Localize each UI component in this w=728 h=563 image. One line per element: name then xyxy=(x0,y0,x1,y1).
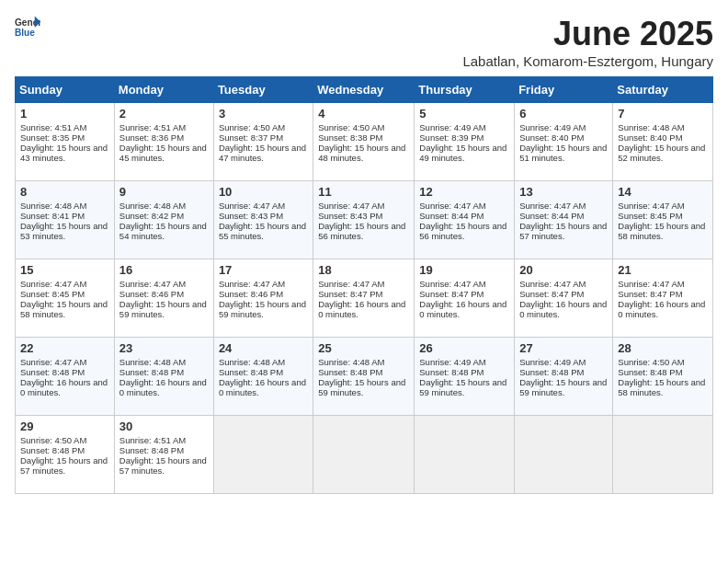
calendar-cell: 28Sunrise: 4:50 AMSunset: 8:48 PMDayligh… xyxy=(613,338,713,416)
day-header: Thursday xyxy=(415,77,515,103)
sunset-text: Sunset: 8:43 PM xyxy=(318,211,409,221)
sunset-text: Sunset: 8:35 PM xyxy=(20,132,109,143)
day-number: 30 xyxy=(119,419,209,433)
sunset-text: Sunset: 8:48 PM xyxy=(618,367,708,377)
sunrise-text: Sunrise: 4:47 AM xyxy=(419,201,509,211)
calendar-cell: 22Sunrise: 4:47 AMSunset: 8:48 PMDayligh… xyxy=(16,338,115,416)
day-number: 28 xyxy=(618,341,708,355)
day-number: 20 xyxy=(519,263,608,277)
daylight-text: Daylight: 15 hours and 56 minutes. xyxy=(318,221,409,241)
day-number: 8 xyxy=(20,185,109,199)
calendar-cell xyxy=(415,416,515,494)
day-header: Wednesday xyxy=(313,77,415,103)
day-number: 4 xyxy=(318,107,409,121)
day-number: 1 xyxy=(20,107,109,121)
calendar-cell xyxy=(515,416,613,494)
sunrise-text: Sunrise: 4:50 AM xyxy=(20,435,109,445)
calendar-cell: 27Sunrise: 4:49 AMSunset: 8:48 PMDayligh… xyxy=(515,338,613,416)
daylight-text: Daylight: 16 hours and 0 minutes. xyxy=(119,377,209,397)
calendar-cell: 2Sunrise: 4:51 AMSunset: 8:36 PMDaylight… xyxy=(114,103,213,181)
sunrise-text: Sunrise: 4:47 AM xyxy=(618,279,708,289)
calendar-cell: 19Sunrise: 4:47 AMSunset: 8:47 PMDayligh… xyxy=(415,259,515,338)
sunset-text: Sunset: 8:47 PM xyxy=(519,289,608,299)
calendar-cell: 10Sunrise: 4:47 AMSunset: 8:43 PMDayligh… xyxy=(213,181,313,259)
sunset-text: Sunset: 8:48 PM xyxy=(419,367,509,377)
daylight-text: Daylight: 16 hours and 0 minutes. xyxy=(318,299,409,319)
day-header: Tuesday xyxy=(213,77,313,103)
daylight-text: Daylight: 16 hours and 0 minutes. xyxy=(419,299,509,319)
calendar-cell: 17Sunrise: 4:47 AMSunset: 8:46 PMDayligh… xyxy=(213,259,313,338)
daylight-text: Daylight: 15 hours and 59 minutes. xyxy=(318,377,409,397)
daylight-text: Daylight: 16 hours and 0 minutes. xyxy=(20,377,109,397)
sunrise-text: Sunrise: 4:49 AM xyxy=(419,122,509,132)
day-number: 25 xyxy=(318,341,409,355)
daylight-text: Daylight: 15 hours and 59 minutes. xyxy=(419,377,509,397)
sunset-text: Sunset: 8:46 PM xyxy=(219,289,308,299)
sunrise-text: Sunrise: 4:47 AM xyxy=(119,279,209,289)
sunset-text: Sunset: 8:47 PM xyxy=(419,289,509,299)
daylight-text: Daylight: 16 hours and 0 minutes. xyxy=(519,299,608,319)
sunset-text: Sunset: 8:47 PM xyxy=(318,289,409,299)
sunset-text: Sunset: 8:45 PM xyxy=(618,211,708,221)
day-header: Friday xyxy=(515,77,613,103)
calendar-week-row: 22Sunrise: 4:47 AMSunset: 8:48 PMDayligh… xyxy=(16,338,713,416)
day-header: Sunday xyxy=(16,77,115,103)
daylight-text: Daylight: 16 hours and 0 minutes. xyxy=(219,377,308,397)
daylight-text: Daylight: 15 hours and 59 minutes. xyxy=(519,377,608,397)
sunrise-text: Sunrise: 4:48 AM xyxy=(219,357,308,367)
day-number: 2 xyxy=(119,107,209,121)
sunrise-text: Sunrise: 4:49 AM xyxy=(519,122,608,132)
day-header: Saturday xyxy=(613,77,713,103)
calendar-cell xyxy=(613,416,713,494)
daylight-text: Daylight: 15 hours and 58 minutes. xyxy=(618,377,708,397)
daylight-text: Daylight: 15 hours and 48 minutes. xyxy=(318,143,409,163)
sunset-text: Sunset: 8:48 PM xyxy=(519,367,608,377)
sunset-text: Sunset: 8:46 PM xyxy=(119,289,209,299)
calendar-cell: 11Sunrise: 4:47 AMSunset: 8:43 PMDayligh… xyxy=(313,181,415,259)
daylight-text: Daylight: 15 hours and 59 minutes. xyxy=(219,299,308,319)
sunrise-text: Sunrise: 4:47 AM xyxy=(20,357,109,367)
sunset-text: Sunset: 8:45 PM xyxy=(20,289,109,299)
day-number: 7 xyxy=(618,107,708,121)
day-number: 17 xyxy=(219,263,308,277)
calendar-cell: 21Sunrise: 4:47 AMSunset: 8:47 PMDayligh… xyxy=(613,259,713,338)
daylight-text: Daylight: 15 hours and 54 minutes. xyxy=(119,221,209,241)
sunset-text: Sunset: 8:40 PM xyxy=(519,132,608,143)
calendar-cell: 18Sunrise: 4:47 AMSunset: 8:47 PMDayligh… xyxy=(313,259,415,338)
sunset-text: Sunset: 8:43 PM xyxy=(219,211,308,221)
daylight-text: Daylight: 15 hours and 57 minutes. xyxy=(20,455,109,476)
sunrise-text: Sunrise: 4:47 AM xyxy=(318,201,409,211)
calendar-week-row: 29Sunrise: 4:50 AMSunset: 8:48 PMDayligh… xyxy=(16,416,713,494)
daylight-text: Daylight: 15 hours and 56 minutes. xyxy=(419,221,509,241)
daylight-text: Daylight: 15 hours and 55 minutes. xyxy=(219,221,308,241)
sunrise-text: Sunrise: 4:47 AM xyxy=(219,279,308,289)
daylight-text: Daylight: 15 hours and 57 minutes. xyxy=(519,221,608,241)
sunset-text: Sunset: 8:48 PM xyxy=(219,367,308,377)
calendar-cell: 7Sunrise: 4:48 AMSunset: 8:40 PMDaylight… xyxy=(613,103,713,181)
sunrise-text: Sunrise: 4:47 AM xyxy=(419,279,509,289)
sunset-text: Sunset: 8:38 PM xyxy=(318,132,409,143)
sunrise-text: Sunrise: 4:49 AM xyxy=(419,357,509,367)
daylight-text: Daylight: 15 hours and 53 minutes. xyxy=(20,221,109,241)
logo: General Blue xyxy=(15,15,40,40)
sunset-text: Sunset: 8:44 PM xyxy=(519,211,608,221)
calendar-cell: 25Sunrise: 4:48 AMSunset: 8:48 PMDayligh… xyxy=(313,338,415,416)
day-number: 10 xyxy=(219,185,308,199)
day-number: 18 xyxy=(318,263,409,277)
sunrise-text: Sunrise: 4:51 AM xyxy=(119,435,209,445)
day-number: 11 xyxy=(318,185,409,199)
page-header: General Blue June 2025 Labatlan, Komarom… xyxy=(15,15,713,69)
day-number: 19 xyxy=(419,263,509,277)
calendar-cell: 15Sunrise: 4:47 AMSunset: 8:45 PMDayligh… xyxy=(16,259,115,338)
svg-text:Blue: Blue xyxy=(15,28,35,38)
daylight-text: Daylight: 15 hours and 58 minutes. xyxy=(20,299,109,319)
sunrise-text: Sunrise: 4:47 AM xyxy=(318,279,409,289)
calendar-table: SundayMondayTuesdayWednesdayThursdayFrid… xyxy=(15,76,713,494)
sunrise-text: Sunrise: 4:48 AM xyxy=(618,122,708,132)
daylight-text: Daylight: 15 hours and 45 minutes. xyxy=(119,143,209,163)
sunrise-text: Sunrise: 4:48 AM xyxy=(318,357,409,367)
calendar-cell: 8Sunrise: 4:48 AMSunset: 8:41 PMDaylight… xyxy=(16,181,115,259)
sunrise-text: Sunrise: 4:48 AM xyxy=(119,357,209,367)
sunrise-text: Sunrise: 4:48 AM xyxy=(20,201,109,211)
calendar-cell: 1Sunrise: 4:51 AMSunset: 8:35 PMDaylight… xyxy=(16,103,115,181)
